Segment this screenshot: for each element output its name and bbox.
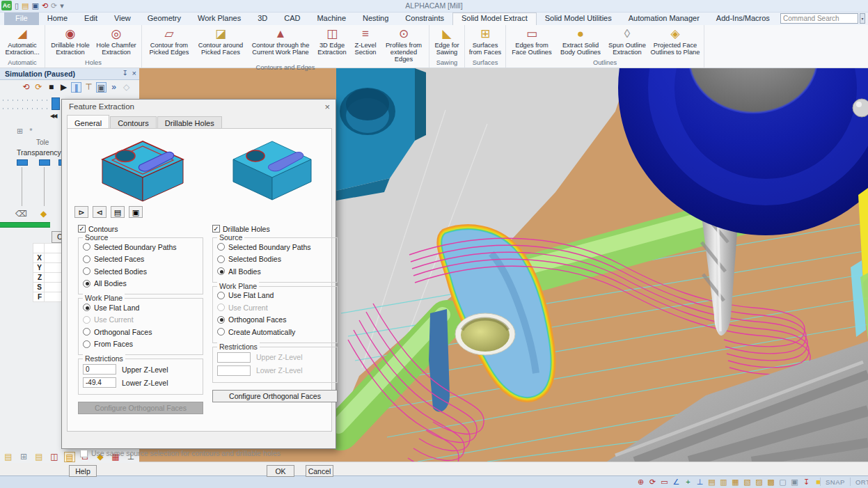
button-contour-from-picked-edges[interactable]: ▱Contour from Picked Edges bbox=[144, 26, 194, 56]
button-z-level-section[interactable]: ≡Z-Level Section bbox=[350, 26, 381, 56]
command-search-input[interactable] bbox=[780, 13, 858, 24]
contours-source-radio-all-bodies[interactable]: All Bodies bbox=[83, 278, 198, 290]
pause-icon[interactable]: ∥ bbox=[71, 82, 81, 93]
axes-plan-icon[interactable]: ⊥ bbox=[695, 477, 704, 487]
button-3d-edge-extraction[interactable]: ◫3D Edge Extraction bbox=[314, 26, 350, 56]
tab-nesting[interactable]: Nesting bbox=[354, 13, 397, 25]
button-contour-around-picked-faces[interactable]: ◪Contour around Picked Faces bbox=[194, 26, 247, 56]
simulation-progress-slider[interactable] bbox=[52, 97, 60, 110]
drillable-work-plane-radio-use-current[interactable]: Use Current bbox=[217, 301, 333, 314]
drillable-checkbox[interactable]: ✓Drillable Holes bbox=[212, 223, 338, 234]
zoom-window-icon[interactable]: ▭ bbox=[660, 477, 669, 487]
tab-view[interactable]: View bbox=[106, 13, 139, 25]
tab-machine[interactable]: Machine bbox=[308, 13, 354, 25]
open-settings-icon[interactable]: ▤ bbox=[111, 206, 125, 218]
layer-icon[interactable]: ⊞ bbox=[17, 127, 23, 136]
tab-cad[interactable]: CAD bbox=[276, 13, 308, 25]
contours-lower-z-level-field[interactable] bbox=[83, 377, 116, 388]
cancel-button[interactable]: Cancel bbox=[306, 465, 333, 477]
contours-work-plane-radio-orthogonal-faces[interactable]: Orthogonal Faces bbox=[83, 326, 198, 338]
button-hole-chamfer-extraction[interactable]: ◎Hole Chamfer Extraction bbox=[93, 26, 139, 56]
view-right-icon[interactable]: ▨ bbox=[755, 477, 764, 487]
button-edges-from-face-outlines[interactable]: ▭Edges from Face Outlines bbox=[508, 26, 555, 56]
button-automatic-extraction[interactable]: ◢Automatic Extraction... bbox=[2, 26, 42, 56]
button-spun-outline-extraction[interactable]: ◊Spun Outline Extraction bbox=[606, 26, 649, 56]
view-top-icon[interactable]: ▤ bbox=[707, 477, 716, 487]
pin-icon[interactable]: ↧ bbox=[123, 69, 128, 77]
polyline-select-icon[interactable]: ∠ bbox=[672, 477, 681, 487]
tab-solid-model-extract[interactable]: Solid Model Extract bbox=[452, 13, 537, 25]
drillable-configure-orthogonal-faces-button[interactable]: Configure Orthogonal Faces bbox=[212, 390, 338, 402]
solid-view-icon[interactable]: ⌫ bbox=[15, 209, 27, 219]
view-left-icon[interactable]: ▧ bbox=[743, 477, 752, 487]
button-projected-face-outlines-to-plane[interactable]: ◈Projected Face Outlines to Plane bbox=[649, 26, 702, 56]
drillable-upper-z-level-field[interactable] bbox=[217, 352, 251, 363]
ortho-toggle[interactable]: ORTHO bbox=[851, 478, 868, 486]
hammer-icon[interactable]: ⊤ bbox=[84, 82, 94, 93]
rewind-icon[interactable]: ◀◀ bbox=[50, 113, 56, 119]
tab-add-ins-macros[interactable]: Add-Ins/Macros bbox=[708, 13, 778, 25]
tool-display-icon[interactable]: ◆ bbox=[40, 209, 47, 219]
contours-checkbox[interactable]: ✓Contours bbox=[78, 223, 203, 234]
stop-icon[interactable]: ■ bbox=[46, 82, 56, 93]
transparency-slider-handle[interactable] bbox=[39, 159, 50, 166]
settings-icon[interactable]: * bbox=[29, 127, 32, 136]
button-contour-through-the-current-work-plane[interactable]: ▲Contour through the Current Work Plane bbox=[247, 26, 314, 56]
view-back-icon[interactable]: ▦ bbox=[731, 477, 740, 487]
transparency-slider-handle[interactable] bbox=[17, 159, 28, 166]
save-settings-icon[interactable]: ▣ bbox=[129, 206, 143, 218]
solid-view-icon[interactable]: ▤ bbox=[3, 452, 14, 462]
button-surfaces-from-faces[interactable]: ⊞Surfaces from Faces bbox=[467, 26, 503, 56]
dialog-close-icon[interactable]: × bbox=[324, 102, 330, 112]
drillable-work-plane-radio-orthogonal-faces[interactable]: Orthogonal Faces bbox=[217, 314, 333, 326]
contours-work-plane-radio-from-faces[interactable]: From Faces bbox=[83, 338, 198, 351]
view-iso-icon[interactable]: ▩ bbox=[766, 477, 775, 487]
dialog-tab-general[interactable]: General bbox=[67, 115, 109, 129]
close-icon[interactable]: × bbox=[132, 69, 136, 77]
material-view-icon[interactable]: ◫ bbox=[49, 452, 60, 462]
command-search-caret-icon[interactable]: ▾ bbox=[860, 13, 865, 24]
copy-left-icon[interactable]: ⊲ bbox=[93, 206, 106, 218]
rotate-view-icon[interactable]: ⟳ bbox=[648, 477, 657, 487]
shaded-view-icon[interactable]: ▤ bbox=[33, 452, 45, 462]
image-frame-icon[interactable]: ▣ bbox=[96, 82, 106, 93]
tab-3d[interactable]: 3D bbox=[249, 13, 276, 25]
help-button[interactable]: Help bbox=[69, 465, 97, 477]
simulation-panel-header[interactable]: Simulation (Paused) ↧ × bbox=[0, 68, 139, 80]
drillable-source-radio-selected-bodies[interactable]: Selected Bodies bbox=[217, 253, 333, 266]
tab-geometry[interactable]: Geometry bbox=[139, 13, 189, 25]
button-profiles-from-extended-edges[interactable]: ⊙Profiles from extended Edges bbox=[381, 26, 427, 63]
fast-simulation-icon[interactable]: ⟳ bbox=[33, 82, 44, 93]
same-source-checkbox[interactable]: Use same source selection for contours a… bbox=[80, 449, 281, 457]
options-icon[interactable]: ◇ bbox=[121, 82, 132, 93]
view-frame-icon[interactable]: ▣ bbox=[790, 477, 799, 487]
button-extract-solid-body-outlines[interactable]: ●Extract Solid Body Outlines bbox=[555, 26, 606, 56]
play-icon[interactable]: ▶ bbox=[58, 82, 69, 93]
tab-constraints[interactable]: Constraints bbox=[397, 13, 452, 25]
drillable-source-radio-selected-boundary-paths[interactable]: Selected Boundary Paths bbox=[217, 241, 333, 253]
drillable-lower-z-level-field[interactable] bbox=[217, 365, 251, 376]
simulate-display-icon[interactable]: ▤ bbox=[64, 452, 75, 462]
contours-work-plane-radio-use-current[interactable]: Use Current bbox=[83, 314, 198, 326]
contours-source-radio-selected-boundary-paths[interactable]: Selected Boundary Paths bbox=[83, 241, 198, 253]
tab-file[interactable]: File bbox=[4, 13, 39, 25]
tab-work-planes[interactable]: Work Planes bbox=[189, 13, 249, 25]
button-edge-for-sawing[interactable]: ◣Edge for Sawing bbox=[432, 26, 462, 56]
button-drillable-hole-extraction[interactable]: ◉Drillable Hole Extraction bbox=[47, 26, 93, 56]
pan-view-icon[interactable]: ⊕ bbox=[636, 477, 645, 487]
tab-home[interactable]: Home bbox=[39, 13, 76, 25]
drillable-work-plane-radio-use-flat-land[interactable]: Use Flat Land bbox=[217, 290, 333, 302]
contours-source-radio-selected-faces[interactable]: Selected Faces bbox=[83, 253, 198, 266]
ok-button[interactable]: OK bbox=[267, 465, 294, 477]
drillable-source-radio-all-bodies[interactable]: All Bodies bbox=[217, 265, 333, 278]
contours-work-plane-radio-use-flat-land[interactable]: Use Flat Land bbox=[83, 301, 198, 314]
restart-simulation-icon[interactable]: ⟲ bbox=[21, 82, 31, 93]
view-plain-icon[interactable]: ▢ bbox=[778, 477, 787, 487]
tab-automation-manager[interactable]: Automation Manager bbox=[620, 13, 708, 25]
axes-3d-icon[interactable]: + bbox=[684, 477, 693, 487]
frame-view-icon[interactable]: ⊞ bbox=[18, 452, 29, 462]
step-icon[interactable]: » bbox=[109, 82, 119, 93]
tab-solid-model-utilities[interactable]: Solid Model Utilities bbox=[537, 13, 620, 25]
contours-upper-z-level-field[interactable] bbox=[83, 364, 116, 375]
snap-toggle[interactable]: SNAP bbox=[821, 478, 850, 486]
